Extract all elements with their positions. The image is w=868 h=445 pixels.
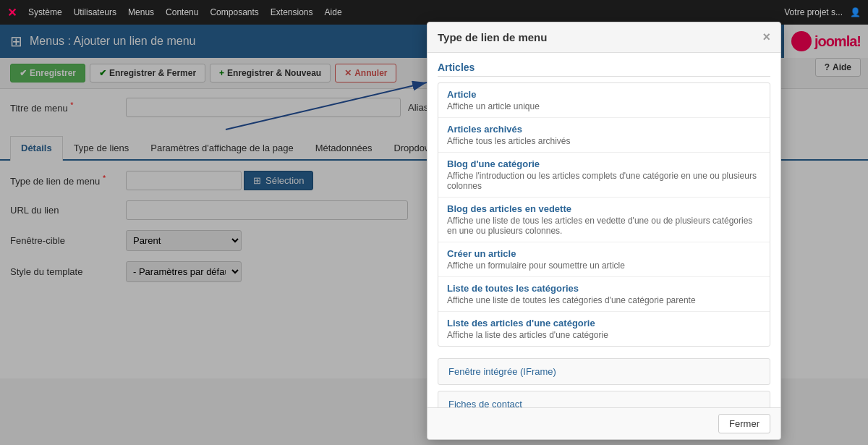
- list-item[interactable]: Liste de toutes les catégoriesAffiche un…: [438, 277, 770, 312]
- list-item[interactable]: Articles archivésAffiche tous les articl…: [438, 118, 770, 153]
- modal-close-button[interactable]: ×: [762, 30, 770, 45]
- list-item[interactable]: Blog des articles en vedetteAffiche une …: [438, 198, 770, 242]
- top-nav-left: ✕ Système Utilisateurs Menus Contenu Com…: [7, 6, 342, 20]
- modal-header: Type de lien de menu ×: [427, 22, 780, 53]
- nav-extensions[interactable]: Extensions: [271, 7, 313, 17]
- nav-utilisateurs[interactable]: Utilisateurs: [74, 7, 116, 17]
- project-name: Votre projet s...: [784, 7, 843, 17]
- section-header[interactable]: Fenêtre intégrée (IFrame): [438, 358, 770, 385]
- fermer-button[interactable]: Fermer: [718, 414, 770, 433]
- nav-composants[interactable]: Composants: [210, 7, 258, 17]
- articles-items-list: ArticleAffiche un article uniqueArticles…: [438, 82, 770, 347]
- nav-contenu[interactable]: Contenu: [166, 7, 198, 17]
- list-item[interactable]: Blog d'une catégorieAffiche l'introducti…: [438, 153, 770, 198]
- list-item[interactable]: ArticleAffiche un article unique: [438, 83, 770, 118]
- articles-section: Articles ArticleAffiche un article uniqu…: [438, 62, 770, 347]
- list-item[interactable]: Créer un articleAffiche un formulaire po…: [438, 242, 770, 277]
- top-nav-right: Votre projet s... 👤: [784, 7, 861, 17]
- nav-systeme[interactable]: Système: [28, 7, 62, 17]
- modal-dialog: Type de lien de menu × Articles ArticleA…: [427, 22, 781, 440]
- modal-body: Articles ArticleAffiche un article uniqu…: [427, 53, 780, 407]
- top-navbar: ✕ Système Utilisateurs Menus Contenu Com…: [0, 0, 868, 25]
- list-item[interactable]: Liste des articles d'une catégorieAffich…: [438, 312, 770, 346]
- modal-footer: Fermer: [427, 407, 780, 439]
- section-header[interactable]: Fiches de contact: [438, 391, 770, 407]
- sections-container: Fenêtre intégrée (IFrame)Fiches de conta…: [438, 358, 770, 407]
- modal-title: Type de lien de menu: [438, 31, 547, 43]
- articles-title: Articles: [438, 62, 770, 77]
- joomla-x-icon[interactable]: ✕: [7, 6, 17, 20]
- nav-menus[interactable]: Menus: [128, 7, 154, 17]
- user-icon[interactable]: 👤: [850, 7, 861, 17]
- nav-aide[interactable]: Aide: [325, 7, 342, 17]
